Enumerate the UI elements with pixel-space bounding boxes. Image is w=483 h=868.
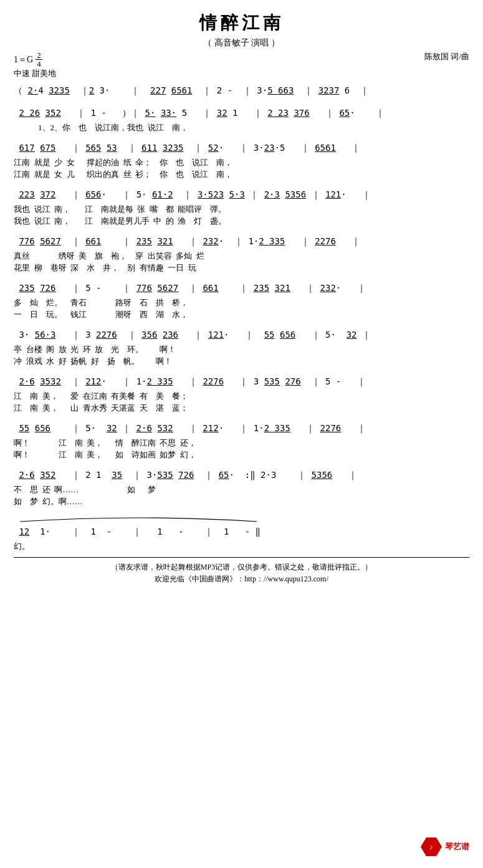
staff-line-5: 776 5627 ｜ 661 ｜ 235 321 ｜ 232· ｜ 1·2 33… <box>14 232 469 274</box>
lyric-row-10a: 不 思 还 啊…… 如 梦 <box>14 484 469 496</box>
notation-row-7: 3· 56·3 ｜ 3 2276 ｜ 356 236 ｜ 121· ｜ 55 6… <box>14 326 469 343</box>
tempo-label: 中速 甜美地 <box>14 68 56 79</box>
staff-line-2: 2 26 352 ｜ 1 - ）｜ 5· 33· 5 ｜ 32 1 ｜ 2 23… <box>14 104 469 134</box>
lyric-row-3b: 江南 就是 女 儿 织出的真 丝 衫； 你 也 说江 南， <box>14 168 469 181</box>
key-time: 1＝G 2 4 <box>14 51 56 68</box>
lyric-row-9b: 啊！ 江 南 美， 如 诗如画 如梦 幻， <box>14 449 469 461</box>
notation-row-2: 2 26 352 ｜ 1 - ）｜ 5· 33· 5 ｜ 32 1 ｜ 2 23… <box>14 104 469 122</box>
staff-line-11: 12 1· ｜ 1 - ｜ 1 - ｜ 1 - ‖ 幻。 <box>14 523 469 553</box>
staff-line-3: 617 675 ｜ 565 53 ｜ 611 3235 ｜ 52· ｜ 3·23… <box>14 139 469 181</box>
song-subtitle: （ 高音敏子 演唱 ） <box>14 37 469 49</box>
time-numerator: 2 <box>36 51 42 60</box>
lyric-row-5a: 真丝 绣呀 美 旗 袍， 穿 出笑容 多灿 烂 <box>14 250 469 262</box>
staff-line-4: 223 372 ｜ 656· ｜ 5· 61·2 ｜ 3·523 5·3 ｜ 2… <box>14 186 469 227</box>
lyric-row-11a: 幻。 <box>14 540 469 553</box>
meta-left: 1＝G 2 4 中速 甜美地 <box>14 51 56 79</box>
slur-svg <box>14 513 263 523</box>
lyric-row-6b: 一 日 玩。 钱江 潮呀 西 湖 水， <box>14 308 469 321</box>
lyric-row-5b: 花里 柳 巷呀 深 水 井， 别 有情趣 一日 玩 <box>14 262 469 274</box>
watermark-logo-svg: ♪ <box>420 837 442 857</box>
lyric-row-4b: 我也 说江 南， 江 南就是男儿手 中 的 渔 灯 盏。 <box>14 215 469 227</box>
notation-row-9: 55 656 ｜ 5· 32 ｜ 2·6 532 ｜ 212· ｜ 1·2 33… <box>14 419 469 437</box>
staff-line-7: 3· 56·3 ｜ 3 2276 ｜ 356 236 ｜ 121· ｜ 55 6… <box>14 326 469 368</box>
song-title: 情醉江南 <box>14 11 469 35</box>
page: 情醉江南 （ 高音敏子 演唱 ） 1＝G 2 4 中速 甜美地 陈敖国 词/曲 … <box>0 0 483 868</box>
lyric-row-6a: 多 灿 烂。 青石 路呀 石 拱 桥， <box>14 297 469 309</box>
notation-row-6: 235 726 ｜ 5 - ｜ 776 5627 ｜ 661 ｜ 235 321… <box>14 279 469 297</box>
watermark-text: 琴艺谱 <box>445 841 469 852</box>
notation-row-3: 617 675 ｜ 565 53 ｜ 611 3235 ｜ 52· ｜ 3·23… <box>14 139 469 156</box>
lyric-row-4a: 我也 说江 南， 江 南就是每 张 嘴 都 能唱评 弹。 <box>14 203 469 216</box>
svg-text:♪: ♪ <box>429 843 433 851</box>
staff-line-1: （ 2·4 3235 ｜2 3· ｜ 227 6561 ｜ 2 - ｜ 3·5 … <box>14 82 469 99</box>
footer-line2: 欢迎光临《中国曲谱网》：http：//www.qupu123.com/ <box>14 573 469 585</box>
watermark-container: ♪ 琴艺谱 <box>420 837 469 857</box>
meta-row: 1＝G 2 4 中速 甜美地 陈敖国 词/曲 <box>14 51 469 79</box>
notation-row-8: 2·6 3532 ｜ 212· ｜ 1·2 335 ｜ 2276 ｜ 3 535… <box>14 373 469 390</box>
composer-label: 陈敖国 词/曲 <box>424 51 469 62</box>
time-denominator: 4 <box>36 60 42 68</box>
lyric-row-8a: 江 南 美， 爱 在江南 有美餐 有 美 餐； <box>14 390 469 403</box>
staff-line-10: 2·6 352 ｜ 2 1 35 ｜ 3·535 726 ｜ 65· :‖ 2·… <box>14 466 469 508</box>
notation-row-1: （ 2·4 3235 ｜2 3· ｜ 227 6561 ｜ 2 - ｜ 3·5 … <box>14 82 469 99</box>
notation-row-10: 2·6 352 ｜ 2 1 35 ｜ 3·535 726 ｜ 65· :‖ 2·… <box>14 466 469 484</box>
time-signature: 2 4 <box>36 51 42 68</box>
lyric-row-2a: 1、2、你 也 说江南，我也 说江 南， <box>14 122 469 134</box>
slur-container <box>14 513 469 523</box>
divider <box>14 557 469 558</box>
lyric-row-7a: 亭 台楼 阁 放 光 环 放 光 环。 啊！ <box>14 343 469 356</box>
lyric-row-10b: 如 梦 幻。啊…… <box>14 495 469 508</box>
footer-note: （谱友求谱，秋叶起舞根据MP3记谱，仅供参考。错误之处，敬请批评指正。） 欢迎光… <box>14 561 469 585</box>
lyric-row-3a: 江南 就是 少 女 撑起的油 纸 伞； 你 也 说江 南， <box>14 156 469 169</box>
score-section: （ 2·4 3235 ｜2 3· ｜ 227 6561 ｜ 2 - ｜ 3·5 … <box>14 82 469 585</box>
key-label: 1＝G <box>14 54 33 65</box>
lyric-row-9a: 啊！ 江 南 美， 情 醉江南 不思 还， <box>14 437 469 449</box>
lyric-row-7b: 冲 浪戏 水 好 扬帆 好 扬 帆。 啊！ <box>14 355 469 368</box>
footer-line1: （谱友求谱，秋叶起舞根据MP3记谱，仅供参考。错误之处，敬请批评指正。） <box>14 561 469 573</box>
notation-row-4: 223 372 ｜ 656· ｜ 5· 61·2 ｜ 3·523 5·3 ｜ 2… <box>14 186 469 203</box>
lyric-row-8b: 江 南 美， 山 青水秀 天湛蓝 天 湛 蓝； <box>14 402 469 414</box>
staff-line-8: 2·6 3532 ｜ 212· ｜ 1·2 335 ｜ 2276 ｜ 3 535… <box>14 373 469 414</box>
staff-line-9: 55 656 ｜ 5· 32 ｜ 2·6 532 ｜ 212· ｜ 1·2 33… <box>14 419 469 461</box>
notation-row-5: 776 5627 ｜ 661 ｜ 235 321 ｜ 232· ｜ 1·2 33… <box>14 232 469 250</box>
staff-line-6: 235 726 ｜ 5 - ｜ 776 5627 ｜ 661 ｜ 235 321… <box>14 279 469 321</box>
notation-row-11: 12 1· ｜ 1 - ｜ 1 - ｜ 1 - ‖ <box>14 523 469 540</box>
